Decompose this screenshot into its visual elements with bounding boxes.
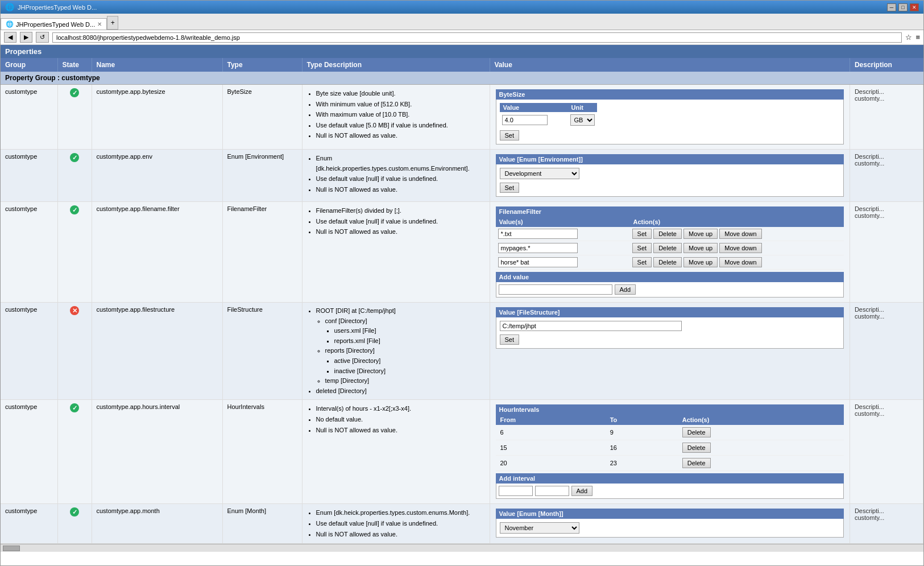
filestructure-input[interactable]: [500, 321, 682, 331]
filter-moveup-btn-1[interactable]: Move up: [683, 243, 718, 253]
desc-item: Null is NOT allowed as value.: [316, 530, 485, 540]
filter-movedown-btn-0[interactable]: Move down: [719, 229, 761, 239]
new-tab-button[interactable]: +: [107, 16, 118, 30]
hour-panel-header: HourIntervals: [496, 404, 844, 415]
address-bar[interactable]: [52, 32, 902, 43]
row1-desc: Descripti...customty...: [850, 85, 923, 150]
refresh-button[interactable]: ↺: [36, 32, 49, 43]
row3-group: customtype: [1, 202, 57, 303]
hour-delete-btn-1[interactable]: Delete: [682, 443, 711, 453]
desc-item: Use default value [null] if value is und…: [316, 174, 485, 184]
hour-row: 15 16 Delete: [496, 440, 844, 456]
status-ok-icon: ✓: [70, 88, 79, 97]
filter-moveup-btn-0[interactable]: Move up: [683, 229, 718, 239]
status-ok-icon: ✓: [70, 153, 79, 162]
add-interval-to-input[interactable]: [535, 486, 569, 496]
row1-type-desc: Byte size value [double unit]. With mini…: [302, 85, 490, 150]
add-interval-from-input[interactable]: [499, 486, 533, 496]
filter-set-btn-1[interactable]: Set: [632, 243, 652, 253]
row4-type-desc: ROOT [DIR] at [C:/temp/jhpt] conf [Direc…: [302, 303, 490, 400]
bytesize-unit-select[interactable]: B KB MB GB TB: [570, 114, 595, 126]
scrollbar-thumb[interactable]: [3, 546, 20, 551]
row3-state: ✓: [57, 202, 92, 303]
col-name: Name: [92, 58, 222, 72]
minimize-button[interactable]: ─: [887, 3, 896, 11]
maximize-button[interactable]: □: [898, 3, 908, 11]
browser-icon: 🌐: [5, 3, 14, 11]
month-select[interactable]: JanuaryFebruaryMarch AprilMayJune JulyAu…: [500, 522, 579, 534]
row1-type: ByteSize: [222, 85, 302, 150]
hour-col-from: From: [496, 415, 606, 425]
row5-value: HourIntervals From To Action(s): [490, 400, 850, 504]
hour-delete-btn-2[interactable]: Delete: [682, 458, 711, 468]
filter-set-btn-0[interactable]: Set: [632, 229, 652, 239]
row1-name: customtype.app.bytesize: [92, 85, 222, 150]
filter-movedown-btn-1[interactable]: Move down: [719, 243, 761, 253]
col-state: State: [57, 58, 92, 72]
hour-to-2: 23: [606, 456, 678, 471]
bytesize-set-button[interactable]: Set: [500, 130, 520, 141]
close-button[interactable]: ✕: [910, 3, 919, 11]
add-interval-btn[interactable]: Add: [571, 486, 593, 496]
row4-state: ✕: [57, 303, 92, 400]
row5-state: ✓: [57, 400, 92, 504]
row3-value: FilenameFilter Value(s) Action(s): [490, 202, 850, 303]
hour-row: 20 23 Delete: [496, 456, 844, 471]
filestructure-set-button[interactable]: Set: [500, 334, 520, 345]
row4-type: FileStructure: [222, 303, 302, 400]
filter-delete-btn-1[interactable]: Delete: [653, 243, 682, 253]
env-set-button[interactable]: Set: [500, 183, 520, 193]
hour-panel-body: From To Action(s) 6 9 Delete: [496, 415, 844, 499]
filter-panel-header: FilenameFilter: [496, 206, 844, 217]
filter-value-input-1[interactable]: [498, 243, 578, 253]
row6-type: Enum [Month]: [222, 504, 302, 544]
row6-group: customtype: [1, 504, 57, 544]
row2-desc: Descripti...customty...: [850, 150, 923, 202]
hour-from-0: 6: [496, 425, 606, 440]
back-button[interactable]: ◀: [4, 32, 16, 43]
filter-value-input-2[interactable]: [498, 257, 578, 267]
bytesize-panel-body: Value Unit: [496, 100, 844, 144]
horizontal-scrollbar[interactable]: [1, 544, 923, 552]
filter-value-input-0[interactable]: [498, 229, 578, 239]
desc-item: Use default value [5.0 MB] if value is u…: [316, 121, 485, 131]
row2-type: Enum [Environment]: [222, 150, 302, 202]
tab-icon: 🌐: [6, 20, 14, 28]
window-title: JHPropertiesTyped Web D...: [18, 4, 97, 11]
col-description: Description: [850, 58, 923, 72]
filter-set-btn-2[interactable]: Set: [632, 257, 652, 267]
col-type: Type: [222, 58, 302, 72]
hour-delete-btn-0[interactable]: Delete: [682, 427, 711, 437]
filter-delete-btn-0[interactable]: Delete: [653, 229, 682, 239]
row6-value: Value [Enum [Month]] JanuaryFebruaryMarc…: [490, 504, 850, 544]
desc-item: With maximum value of [10.0 TB].: [316, 110, 485, 120]
desc-item: Enum [dk.heick.properties.types.custom.e…: [316, 154, 485, 173]
nav-bar: ◀ ▶ ↺ ☆ ≡: [1, 30, 923, 45]
desc-item: No default value.: [316, 415, 485, 425]
desc-item: Null is NOT allowed as value.: [316, 185, 485, 195]
filter-delete-btn-2[interactable]: Delete: [653, 257, 682, 267]
properties-header: Properties: [1, 45, 923, 58]
desc-item: Null is NOT allowed as value.: [316, 227, 485, 237]
env-select[interactable]: Development Testing Production: [500, 168, 579, 179]
row3-type: FilenameFilter: [222, 202, 302, 303]
filter-movedown-btn-2[interactable]: Move down: [719, 257, 761, 267]
tab-close-button[interactable]: ✕: [97, 21, 102, 27]
bytesize-value-input[interactable]: [502, 115, 548, 125]
add-filter-input[interactable]: [499, 284, 612, 295]
hour-from-1: 15: [496, 440, 606, 456]
row5-group: customtype: [1, 400, 57, 504]
row2-type-desc: Enum [dk.heick.properties.types.custom.e…: [302, 150, 490, 202]
filter-moveup-btn-2[interactable]: Move up: [683, 257, 718, 267]
desc-item: Use default value [null] if value is und…: [316, 217, 485, 227]
bytesize-unit-header: Unit: [568, 103, 597, 112]
bytesize-value-header: Value: [500, 103, 568, 112]
bytesize-panel-header: ByteSize: [496, 89, 844, 100]
status-ok-icon: ✓: [70, 205, 79, 214]
active-tab[interactable]: 🌐 JHPropertiesTyped Web D... ✕: [1, 18, 107, 30]
row5-name: customtype.app.hours.interval: [92, 400, 222, 504]
add-filter-btn[interactable]: Add: [615, 284, 636, 295]
table-row: customtype ✕ customtype.app.filestructur…: [1, 303, 923, 400]
forward-button[interactable]: ▶: [20, 32, 32, 43]
hour-col-actions: Action(s): [678, 415, 844, 425]
